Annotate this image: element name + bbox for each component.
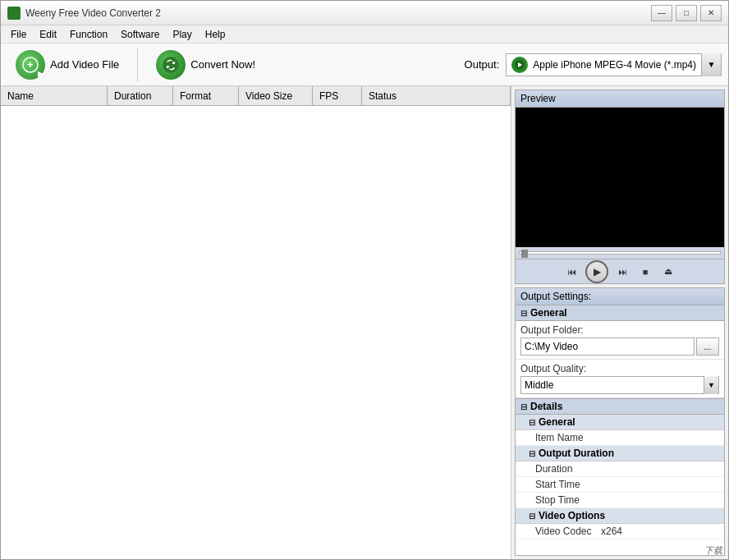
output-settings-header: Output Settings: <box>516 288 724 305</box>
preview-header: Preview <box>516 90 724 108</box>
details-general-label: General <box>539 416 575 428</box>
col-header-duration: Duration <box>108 86 173 105</box>
item-name-property: Item Name <box>516 430 724 446</box>
output-folder-input-group: ... <box>520 337 719 356</box>
output-quality-row: Output Quality: Middle ▼ <box>516 360 724 398</box>
file-list-area: Name Duration Format Video Size FPS Stat… <box>1 86 511 559</box>
output-duration-collapse-icon: ⊟ <box>529 449 535 458</box>
output-duration-subgroup[interactable]: ⊟ Output Duration <box>516 446 724 461</box>
toolbar-separator <box>137 48 138 81</box>
video-options-collapse-icon: ⊟ <box>529 512 535 521</box>
app-icon <box>7 7 21 20</box>
start-time-property: Start Time <box>516 477 724 493</box>
window-title: Weeny Free Video Converter 2 <box>25 7 651 19</box>
main-window: Weeny Free Video Converter 2 — □ ✕ File … <box>0 0 729 560</box>
close-button[interactable]: ✕ <box>700 5 722 21</box>
seekbar-track[interactable] <box>519 251 721 255</box>
minimize-button[interactable]: — <box>651 5 672 21</box>
main-content: Name Duration Format Video Size FPS Stat… <box>1 86 728 559</box>
output-format-arrow: ▼ <box>701 53 721 76</box>
menu-function[interactable]: Function <box>63 25 114 44</box>
preview-section: Preview ⏮ ▶ ⏭ ■ ⏏ <box>515 90 725 284</box>
window-controls: — □ ✕ <box>651 5 722 21</box>
skip-forward-button[interactable]: ⏭ <box>613 263 631 281</box>
output-format-icon <box>511 57 528 73</box>
col-header-fps: FPS <box>313 86 362 105</box>
output-label: Output: <box>465 58 500 71</box>
menu-edit[interactable]: Edit <box>33 25 63 44</box>
general-collapse-icon: ⊟ <box>520 309 527 318</box>
output-quality-dropdown[interactable]: Middle ▼ <box>520 376 719 394</box>
menu-play[interactable]: Play <box>166 25 198 44</box>
add-video-icon: + <box>16 50 45 80</box>
general-group-header[interactable]: ⊟ General <box>516 305 724 321</box>
details-group-label: Details <box>530 401 562 412</box>
output-folder-input[interactable] <box>520 337 695 356</box>
browse-button[interactable]: ... <box>696 337 719 356</box>
video-options-subgroup[interactable]: ⊟ Video Options <box>516 508 724 524</box>
convert-icon <box>156 50 186 80</box>
duration-label: Duration <box>535 463 601 475</box>
details-group-header[interactable]: ⊟ Details <box>516 399 724 415</box>
eject-button[interactable]: ⏏ <box>659 263 677 281</box>
output-section: Output: Apple iPhone MPEG-4 Movie (*.mp4… <box>465 53 722 76</box>
stop-button[interactable]: ■ <box>636 263 654 281</box>
video-options-label: Video Options <box>539 510 605 521</box>
seekbar-thumb <box>521 250 528 258</box>
menu-help[interactable]: Help <box>199 25 232 44</box>
preview-video <box>516 108 724 247</box>
details-general-subgroup[interactable]: ⊟ General <box>516 415 724 430</box>
output-quality-label: Output Quality: <box>520 363 719 374</box>
menu-file[interactable]: File <box>4 25 33 44</box>
output-folder-row: Output Folder: ... <box>516 321 724 360</box>
output-quality-value: Middle <box>525 379 704 391</box>
svg-text:+: + <box>27 58 34 71</box>
output-folder-label: Output Folder: <box>520 324 719 336</box>
menu-software[interactable]: Software <box>114 25 166 44</box>
stop-time-property: Stop Time <box>516 493 724 508</box>
right-panel: Preview ⏮ ▶ ⏭ ■ ⏏ Output Settings: <box>511 86 728 559</box>
file-list-header: Name Duration Format Video Size FPS Stat… <box>1 86 511 106</box>
details-collapse-icon: ⊟ <box>520 402 527 411</box>
file-list-body[interactable] <box>1 106 511 559</box>
output-duration-label: Output Duration <box>539 448 614 459</box>
preview-controls: ⏮ ▶ ⏭ ■ ⏏ <box>516 259 724 283</box>
maximize-button[interactable]: □ <box>676 5 697 21</box>
col-header-format: Format <box>173 86 239 105</box>
output-format-text: Apple iPhone MPEG-4 Movie (*.mp4) <box>533 59 696 71</box>
item-name-label: Item Name <box>535 432 601 443</box>
output-settings-section: Output Settings: ⊟ General Output Folder… <box>515 287 725 556</box>
duration-property: Duration <box>516 461 724 477</box>
output-format-dropdown[interactable]: Apple iPhone MPEG-4 Movie (*.mp4) ▼ <box>506 53 722 76</box>
col-header-name: Name <box>1 86 108 105</box>
video-codec-label: Video Codec <box>535 526 601 537</box>
stop-time-label: Stop Time <box>535 494 601 506</box>
general-group-label: General <box>530 307 567 319</box>
col-header-videosize: Video Size <box>239 86 313 105</box>
video-codec-property: Video Codec x264 <box>516 524 724 539</box>
title-bar: Weeny Free Video Converter 2 — □ ✕ <box>1 1 728 25</box>
menu-bar: File Edit Function Software Play Help <box>1 25 728 44</box>
add-video-button[interactable]: + Add Video File <box>7 47 127 83</box>
preview-seekbar[interactable] <box>516 247 724 259</box>
svg-point-2 <box>163 57 179 73</box>
output-quality-arrow: ▼ <box>704 376 718 394</box>
watermark: 下载 <box>704 544 722 557</box>
video-codec-value: x264 <box>601 526 719 537</box>
start-time-label: Start Time <box>535 479 601 490</box>
add-video-label: Add Video File <box>50 58 119 71</box>
play-button[interactable]: ▶ <box>585 260 608 283</box>
convert-label: Convert Now! <box>190 58 255 71</box>
skip-back-button[interactable]: ⏮ <box>562 263 580 281</box>
details-section: ⊟ Details ⊟ General Item Name ⊟ <box>516 398 724 539</box>
col-header-status: Status <box>362 86 511 105</box>
toolbar: + Add Video File Convert Now! Output: <box>1 44 728 86</box>
convert-button[interactable]: Convert Now! <box>148 47 264 83</box>
details-general-collapse-icon: ⊟ <box>529 418 535 427</box>
